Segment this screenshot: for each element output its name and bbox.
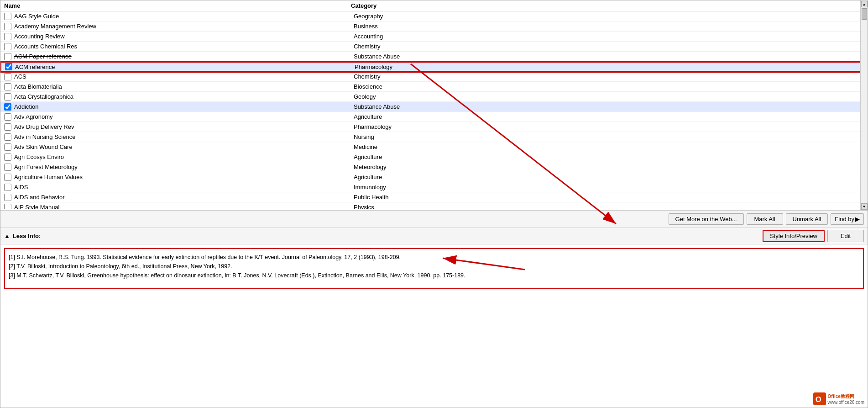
row-name: Adv in Nursing Science: [14, 133, 354, 140]
less-info-icon: ▲: [4, 233, 10, 239]
table-row[interactable]: Agri Ecosys EnviroAgriculture: [0, 152, 868, 162]
table-row[interactable]: Adv Skin Wound CareMedicine: [0, 142, 868, 152]
row-name: Agri Forest Meteorology: [14, 164, 354, 170]
unmark-all-button[interactable]: Unmark All: [786, 213, 828, 225]
row-checkbox[interactable]: [4, 113, 11, 121]
table-row[interactable]: Agriculture Human ValuesAgriculture: [0, 172, 868, 182]
preview-box: [1] S.I. Morehouse, R.S. Tung. 1993. Sta…: [4, 248, 864, 289]
row-checkbox[interactable]: [4, 143, 11, 151]
row-category: Chemistry: [354, 43, 864, 50]
table-row[interactable]: Accounting ReviewAccounting: [0, 32, 868, 42]
row-name: ACM reference: [15, 64, 355, 70]
table-scrollbar[interactable]: ▲ ▼: [860, 0, 868, 210]
row-category: Immunology: [354, 184, 864, 191]
table-row[interactable]: AIDS and BehaviorPublic Health: [0, 192, 868, 202]
row-name: Agri Ecosys Enviro: [14, 154, 354, 160]
row-checkbox[interactable]: [4, 13, 11, 20]
watermark-text: Office教程网 www.office26.com: [828, 393, 864, 405]
table-row[interactable]: ACSChemistry: [0, 72, 868, 82]
mark-all-button[interactable]: Mark All: [747, 213, 783, 225]
table-row[interactable]: AIP Style ManualPhysics: [0, 202, 868, 209]
row-category: Chemistry: [354, 73, 864, 80]
find-by-button[interactable]: Find by ▶: [831, 213, 864, 225]
table-row[interactable]: Adv AgronomyAgriculture: [0, 112, 868, 122]
row-name: Acta Crystallographica: [14, 93, 354, 100]
row-checkbox[interactable]: [4, 33, 11, 40]
row-name: AIDS and Behavior: [14, 194, 354, 201]
bottom-empty: [0, 330, 868, 408]
table-row[interactable]: AIDSImmunology: [0, 182, 868, 192]
row-category: Geology: [354, 93, 864, 100]
row-checkbox[interactable]: [4, 73, 11, 80]
row-checkbox[interactable]: [4, 23, 11, 30]
watermark-url: www.office26.com: [828, 400, 864, 405]
table-row[interactable]: Adv in Nursing ScienceNursing: [0, 132, 868, 142]
table-row[interactable]: Accounts Chemical ResChemistry: [0, 42, 868, 52]
row-checkbox[interactable]: [4, 174, 11, 181]
watermark: O Office教程网 www.office26.com: [811, 392, 866, 406]
row-checkbox[interactable]: [4, 93, 11, 101]
scroll-down-arrow[interactable]: ▼: [861, 203, 868, 210]
row-name: Agriculture Human Values: [14, 174, 354, 180]
row-checkbox[interactable]: [4, 83, 11, 90]
row-checkbox[interactable]: [4, 53, 11, 60]
edit-button[interactable]: Edit: [827, 230, 864, 242]
row-category: Substance Abuse: [354, 53, 864, 60]
scroll-thumb-container: [861, 7, 868, 203]
row-name: AAG Style Guide: [14, 13, 354, 20]
row-checkbox[interactable]: [4, 123, 11, 131]
table-row[interactable]: Acta CrystallographicaGeology: [0, 92, 868, 102]
row-name: AIDS: [14, 184, 354, 191]
row-name: Academy Management Review: [14, 23, 354, 30]
row-category: Medicine: [354, 143, 864, 150]
main-container: Name Category AAG Style GuideGeographyAc…: [0, 0, 868, 408]
preview-line: [2] T.V. Billoski, Introduction to Paleo…: [9, 262, 859, 271]
scroll-thumb[interactable]: [862, 8, 867, 20]
table-row[interactable]: AddictionSubstance Abuse: [0, 102, 868, 112]
style-info-button[interactable]: Style Info/Preview: [763, 230, 825, 242]
get-more-button[interactable]: Get More on the Web...: [669, 213, 744, 225]
scroll-up-arrow[interactable]: ▲: [861, 1, 868, 7]
preview-line: [1] S.I. Morehouse, R.S. Tung. 1993. Sta…: [9, 253, 859, 262]
table-row[interactable]: Academy Management ReviewBusiness: [0, 21, 868, 32]
row-checkbox[interactable]: [4, 133, 11, 141]
row-checkbox[interactable]: [5, 63, 12, 70]
table-row[interactable]: ACM Paper referenceSubstance Abuse: [0, 52, 868, 62]
col-name-header: Name: [4, 2, 351, 9]
row-checkbox[interactable]: [4, 103, 11, 111]
row-category: Physics: [354, 204, 864, 209]
table-row[interactable]: Agri Forest MeteorologyMeteorology: [0, 162, 868, 172]
row-checkbox[interactable]: [4, 164, 11, 171]
preview-area: [1] S.I. Morehouse, R.S. Tung. 1993. Sta…: [0, 244, 868, 330]
row-checkbox[interactable]: [4, 194, 11, 201]
less-info-right: Style Info/Preview Edit: [763, 230, 864, 242]
row-category: Geography: [354, 13, 864, 20]
row-checkbox[interactable]: [4, 184, 11, 191]
table-scroll[interactable]: AAG Style GuideGeographyAcademy Manageme…: [0, 11, 868, 209]
table-area: Name Category AAG Style GuideGeographyAc…: [0, 0, 868, 211]
row-checkbox[interactable]: [4, 154, 11, 161]
office-icon: O: [813, 392, 826, 405]
row-category: Agriculture: [354, 174, 864, 180]
row-checkbox[interactable]: [4, 204, 11, 209]
watermark-site: Office教程网: [828, 393, 864, 400]
row-name: Accounting Review: [14, 33, 354, 40]
row-category: Agriculture: [354, 113, 864, 120]
table-row[interactable]: AAG Style GuideGeography: [0, 11, 868, 21]
find-by-arrow: ▶: [855, 216, 860, 223]
table-header: Name Category: [0, 0, 868, 11]
row-category: Meteorology: [354, 164, 864, 170]
less-info-bar: ▲ Less Info: Style Info/Preview Edit: [0, 228, 868, 244]
row-category: Agriculture: [354, 154, 864, 160]
row-name: Adv Drug Delivery Rev: [14, 123, 354, 130]
row-category: Public Health: [354, 194, 864, 201]
toolbar: Get More on the Web... Mark All Unmark A…: [0, 211, 868, 228]
preview-line: [3] M.T. Schwartz, T.V. Billoski, Greenh…: [9, 271, 859, 280]
table-row[interactable]: ACM referencePharmacology: [0, 62, 868, 72]
row-name: AIP Style Manual: [14, 204, 354, 209]
less-info-left[interactable]: ▲ Less Info:: [4, 233, 41, 239]
row-checkbox[interactable]: [4, 43, 11, 50]
row-name: Adv Skin Wound Care: [14, 143, 354, 150]
table-row[interactable]: Adv Drug Delivery RevPharmacology: [0, 122, 868, 132]
table-row[interactable]: Acta BiomaterialiaBioscience: [0, 82, 868, 92]
